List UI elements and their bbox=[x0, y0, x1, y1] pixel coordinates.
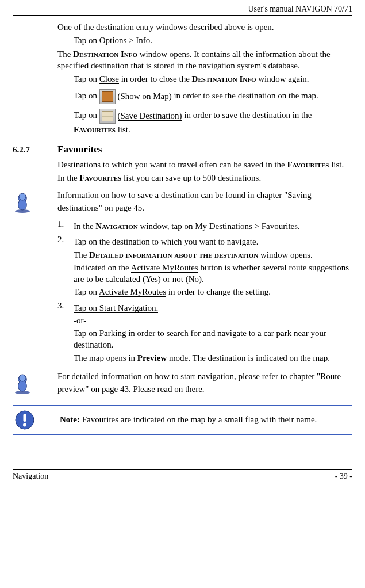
paragraph: Destinations to which you want to travel… bbox=[57, 159, 352, 170]
activate-myroutes-link: Activate MyRoutes bbox=[99, 287, 166, 297]
text: in order to close the bbox=[119, 74, 192, 83]
text: Tap on bbox=[74, 91, 99, 101]
text: > bbox=[126, 36, 136, 45]
paragraph: One of the destination entry windows des… bbox=[57, 21, 352, 33]
no-link: No bbox=[189, 274, 199, 284]
my-destinations-link: My Destinations bbox=[195, 222, 252, 231]
step-number: 3. bbox=[57, 301, 74, 365]
section-number: 6.2.7 bbox=[13, 145, 57, 155]
instruction: Tap on Options > Info. bbox=[74, 35, 352, 46]
text: window again. bbox=[256, 74, 309, 83]
note-label: Note: bbox=[60, 415, 80, 424]
instruction: Tap on (Save Destination) in order to sa… bbox=[74, 109, 352, 135]
show-on-map-link: (Show on Map) bbox=[118, 91, 172, 101]
text: . bbox=[298, 222, 300, 231]
text: window, tap on bbox=[138, 222, 195, 231]
activate-myroutes-link: Activate MyRoutes bbox=[131, 263, 198, 273]
parking-link: Parking bbox=[99, 329, 126, 338]
instruction: Tap on Close in order to close the Desti… bbox=[74, 73, 352, 85]
list-name: Favourites bbox=[287, 160, 329, 169]
window-name: Navigation bbox=[95, 222, 137, 231]
svg-point-3 bbox=[19, 375, 26, 381]
svg-point-6 bbox=[23, 423, 26, 426]
text: Indicated on the bbox=[74, 263, 131, 272]
text: in order to see the destination on the m… bbox=[172, 91, 318, 101]
info-block: Information on how to save a destination… bbox=[13, 189, 352, 216]
text: ) or not ( bbox=[158, 274, 189, 284]
text: The map opens in bbox=[74, 353, 137, 362]
step-1: 1. In the Navigation window, tap on My D… bbox=[57, 219, 352, 233]
section-title: Favourites bbox=[57, 144, 102, 155]
text: Tap on bbox=[74, 287, 99, 296]
text: ). bbox=[199, 274, 204, 284]
text: Tap on bbox=[74, 111, 99, 120]
header-rule bbox=[13, 15, 352, 16]
step-number: 2. bbox=[57, 235, 74, 299]
yes-link: Yes bbox=[145, 274, 158, 284]
note-block: Note: Favourites are indicated on the ma… bbox=[13, 405, 352, 435]
start-navigation-link: Tap on Start Navigation. bbox=[74, 303, 158, 313]
text: Destinations to which you want to travel… bbox=[57, 160, 287, 169]
text: Tap on the destination to which you want… bbox=[74, 236, 352, 247]
options-link: Options bbox=[99, 36, 127, 45]
step-number: 1. bbox=[57, 219, 74, 233]
list-name: Favourites bbox=[74, 125, 116, 134]
text: list you can save up to 500 destinations… bbox=[121, 173, 261, 182]
text: . bbox=[150, 36, 152, 45]
close-link: Close bbox=[99, 74, 119, 84]
info-pawn-icon bbox=[13, 190, 32, 213]
text: list. bbox=[329, 160, 344, 169]
window-name: Destination Info bbox=[73, 49, 137, 59]
info-text: Information on how to save a destination… bbox=[57, 189, 352, 215]
paragraph: The Destination Info window opens. It co… bbox=[57, 48, 352, 72]
footer-page-number: - 39 - bbox=[335, 472, 352, 481]
list-name: Favourites bbox=[79, 173, 121, 182]
paragraph: In the Favourites list you can save up t… bbox=[57, 172, 352, 184]
info-link: Info bbox=[136, 36, 150, 45]
info-block: For detailed information on how to start… bbox=[13, 371, 352, 397]
footer-left: Navigation bbox=[13, 472, 48, 481]
text: Tap on bbox=[74, 329, 99, 338]
text: The bbox=[74, 250, 89, 259]
svg-rect-5 bbox=[24, 414, 26, 422]
step-3: 3. Tap on Start Navigation. -or- Tap on … bbox=[57, 301, 352, 365]
text: in order to save the destination in the bbox=[182, 111, 312, 120]
note-exclamation-icon bbox=[15, 410, 34, 430]
preview-mode: Preview bbox=[137, 353, 167, 362]
text: in order to change the setting. bbox=[166, 287, 271, 296]
text: window opens. bbox=[258, 250, 313, 259]
info-pawn-icon bbox=[13, 372, 32, 395]
step-2: 2. Tap on the destination to which you w… bbox=[57, 235, 352, 299]
text: list. bbox=[116, 125, 130, 134]
show-on-map-icon bbox=[99, 89, 116, 104]
save-destination-icon bbox=[99, 109, 116, 124]
text: mode. The destination is indicated on th… bbox=[167, 353, 330, 362]
instruction: Tap on (Show on Map) in order to see the… bbox=[74, 89, 352, 104]
window-name: Destination Info bbox=[192, 74, 256, 83]
text: > bbox=[252, 222, 262, 231]
window-name: Detailed information about the destinati… bbox=[89, 250, 258, 259]
svg-point-1 bbox=[19, 193, 26, 200]
text: Tap on bbox=[74, 36, 99, 45]
note-text: Favourites are indicated on the map by a… bbox=[80, 415, 317, 424]
save-destination-link: (Save Destination) bbox=[118, 111, 182, 121]
info-text: For detailed information on how to start… bbox=[57, 371, 352, 396]
text: In the bbox=[74, 222, 95, 231]
favourites-link: Favourites bbox=[262, 222, 298, 231]
text: Tap on bbox=[74, 74, 99, 83]
text: -or- bbox=[74, 315, 352, 326]
text: In the bbox=[57, 173, 79, 182]
text: The bbox=[57, 49, 73, 59]
header-title: User's manual NAVIGON 70/71 bbox=[13, 5, 352, 15]
